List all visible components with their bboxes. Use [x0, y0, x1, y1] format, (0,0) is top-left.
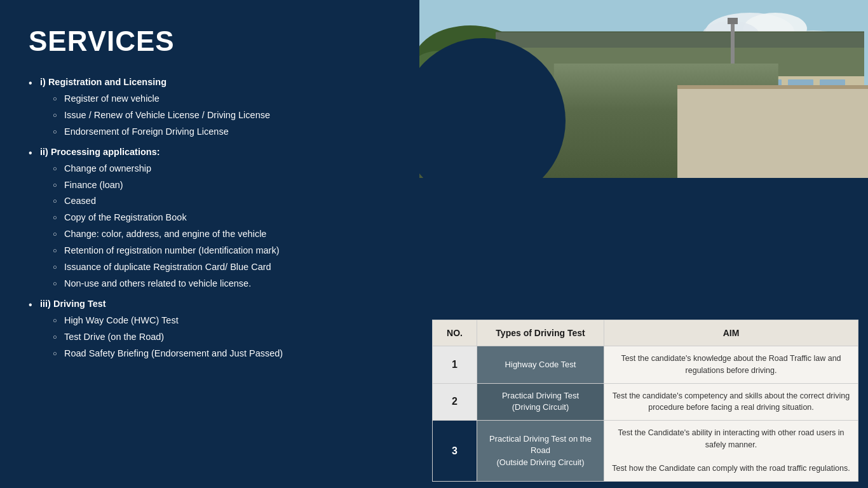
list-item-section3: iii) Driving Test High Way Code (HWC) Te… — [29, 297, 391, 362]
row3-type: Practical Driving Test on the Road(Outsi… — [477, 421, 604, 482]
list-item: Finance (loan) — [53, 178, 391, 193]
col-type-header: Types of Driving Test — [477, 320, 604, 346]
svg-rect-22 — [731, 19, 735, 146]
row3-aim-text: Test the Candidate's ability in interact… — [612, 428, 850, 473]
table-row: 2 Practical Driving Test(Driving Circuit… — [433, 383, 858, 421]
list-item: Test Drive (on the Road) — [53, 330, 391, 345]
table-row: 1 Highway Code Test Test the candidate's… — [433, 346, 858, 384]
list-item: High Way Code (HWC) Test — [53, 313, 391, 329]
services-list: i) Registration and Licensing Register o… — [29, 75, 391, 367]
list-item: Non-use and others related to vehicle li… — [53, 276, 391, 292]
svg-text:PENDAFTARAN DAN PELESENAN: PENDAFTARAN DAN PELESENAN — [764, 103, 837, 107]
svg-rect-19 — [820, 79, 845, 98]
section2-sublist: Change of ownership Finance (loan) Cease… — [40, 161, 391, 292]
section3-label: iii) Driving Test — [40, 299, 106, 309]
row1-aim: Test the candidate's knowledge about the… — [604, 346, 858, 384]
list-item: Ceased — [53, 194, 391, 209]
list-item: Endorsement of Foreign Driving License — [53, 125, 391, 140]
svg-rect-17 — [756, 79, 782, 98]
page-title: SERVICES — [29, 25, 391, 57]
section1-sublist: Register of new vehicle Issue / Renew of… — [40, 92, 391, 140]
list-item: Issue / Renew of Vehicle License / Drivi… — [53, 108, 391, 123]
section1-label: i) Registration and Licensing — [40, 77, 166, 87]
section2-label: ii) Processing applications: — [40, 147, 160, 157]
section3-sublist: High Way Code (HWC) Test Test Drive (on … — [40, 313, 391, 362]
svg-rect-24 — [546, 140, 868, 146]
list-item: Road Safety Briefing (Endorsement and Ju… — [53, 346, 391, 362]
svg-rect-14 — [597, 89, 648, 146]
row3-aim: Test the Candidate's ability in interact… — [604, 421, 858, 482]
col-aim-header: AIM — [604, 320, 858, 346]
left-panel: SERVICES i) Registration and Licensing R… — [0, 0, 419, 488]
row1-no: 1 — [433, 346, 477, 384]
driving-table: NO. Types of Driving Test AIM 1 Highway … — [432, 320, 858, 482]
svg-rect-13 — [585, 76, 864, 159]
col-no-header: NO. — [433, 320, 477, 346]
svg-rect-25 — [546, 146, 868, 178]
list-item-section1: i) Registration and Licensing Register o… — [29, 75, 391, 140]
row3-type-text: Practical Driving Test on the Road(Outsi… — [489, 434, 592, 466]
list-item: Register of new vehicle — [53, 92, 391, 107]
row2-type-text: Practical Driving Test(Driving Circuit) — [502, 391, 579, 412]
row2-no: 2 — [433, 383, 477, 421]
right-panel: PENDAFTARAN DAN PELESENAN NO. Types of D… — [419, 0, 868, 488]
svg-rect-11 — [496, 32, 864, 48]
list-item: Issuance of duplicate Registration Card/… — [53, 260, 391, 275]
table-container: NO. Types of Driving Test AIM 1 Highway … — [432, 320, 858, 482]
building-image: PENDAFTARAN DAN PELESENAN — [419, 0, 868, 178]
row1-type: Highway Code Test — [477, 346, 604, 384]
list-item: Change of ownership — [53, 161, 391, 177]
row2-type: Practical Driving Test(Driving Circuit) — [477, 383, 604, 421]
list-item-section2: ii) Processing applications: Change of o… — [29, 145, 391, 292]
list-item: Retention of registration number (Identi… — [53, 243, 391, 259]
list-item: Copy of the Registration Book — [53, 210, 391, 226]
row2-aim: Test the candidate's competency and skil… — [604, 383, 858, 421]
svg-rect-20 — [756, 98, 845, 111]
table-header-row: NO. Types of Driving Test AIM — [433, 320, 858, 346]
table-row: 3 Practical Driving Test on the Road(Out… — [433, 421, 858, 482]
svg-rect-23 — [728, 18, 738, 24]
svg-rect-16 — [724, 79, 750, 98]
svg-rect-18 — [788, 79, 813, 98]
svg-rect-15 — [661, 89, 712, 146]
row3-no: 3 — [433, 421, 477, 482]
list-item: Change: color, address, and engine of th… — [53, 227, 391, 242]
